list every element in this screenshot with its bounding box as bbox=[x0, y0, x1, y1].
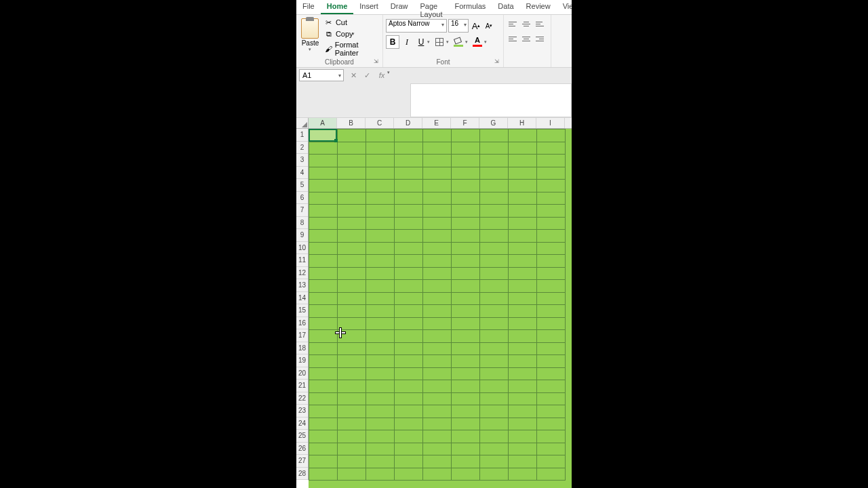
cell-A17[interactable] bbox=[309, 330, 338, 343]
cell-C23[interactable] bbox=[366, 405, 395, 418]
cell-I20[interactable] bbox=[537, 367, 566, 380]
row-header-18[interactable]: 18 bbox=[296, 342, 308, 355]
cell-H2[interactable] bbox=[509, 142, 537, 155]
cell-D7[interactable] bbox=[395, 205, 423, 218]
row-header-23[interactable]: 23 bbox=[296, 405, 308, 418]
row-header-4[interactable]: 4 bbox=[296, 167, 308, 180]
cell-E13[interactable] bbox=[423, 280, 452, 293]
fill-dropdown-arrow[interactable]: ▾ bbox=[465, 39, 468, 45]
cell-H18[interactable] bbox=[509, 342, 537, 355]
cell-I15[interactable] bbox=[537, 305, 566, 318]
tab-data[interactable]: Data bbox=[492, 0, 519, 14]
cell-E6[interactable] bbox=[423, 192, 452, 205]
cell-I27[interactable] bbox=[537, 455, 566, 468]
bold-button[interactable]: B bbox=[386, 35, 399, 49]
cell-I4[interactable] bbox=[537, 167, 566, 180]
align-right-button[interactable] bbox=[534, 33, 546, 45]
confirm-entry-button[interactable]: ✓ bbox=[361, 70, 372, 81]
tab-insert[interactable]: Insert bbox=[353, 0, 384, 14]
paste-dropdown-arrow[interactable]: ▾ bbox=[309, 47, 311, 52]
cell-G23[interactable] bbox=[480, 405, 509, 418]
cell-C13[interactable] bbox=[366, 280, 395, 293]
cell-D2[interactable] bbox=[395, 142, 423, 155]
underline-dropdown-arrow[interactable]: ▾ bbox=[427, 39, 430, 45]
row-header-1[interactable]: 1 bbox=[296, 129, 308, 142]
cell-C24[interactable] bbox=[366, 418, 395, 430]
cell-F10[interactable] bbox=[452, 242, 480, 255]
cell-G14[interactable] bbox=[480, 292, 509, 305]
row-header-6[interactable]: 6 bbox=[296, 192, 308, 205]
cell-B23[interactable] bbox=[338, 405, 366, 418]
name-box[interactable]: A1 bbox=[299, 69, 344, 81]
cell-B22[interactable] bbox=[338, 392, 366, 405]
cell-H6[interactable] bbox=[509, 192, 537, 205]
cell-I21[interactable] bbox=[537, 380, 566, 393]
cell-G25[interactable] bbox=[480, 430, 509, 443]
cell-I8[interactable] bbox=[537, 217, 566, 230]
cell-F17[interactable] bbox=[452, 330, 480, 343]
cell-I5[interactable] bbox=[537, 180, 566, 192]
cell-E12[interactable] bbox=[423, 267, 452, 280]
cell-C9[interactable] bbox=[366, 230, 395, 243]
cell-E21[interactable] bbox=[423, 380, 452, 393]
format-painter-button[interactable]: 🖌 Format Painter bbox=[324, 41, 380, 57]
cell-E18[interactable] bbox=[423, 342, 452, 355]
tab-page-layout[interactable]: Page Layout bbox=[414, 0, 448, 14]
font-size-select[interactable]: 16 bbox=[448, 19, 469, 33]
cell-B7[interactable] bbox=[338, 205, 366, 218]
cell-D20[interactable] bbox=[395, 367, 423, 380]
cell-D6[interactable] bbox=[395, 192, 423, 205]
cell-H14[interactable] bbox=[509, 292, 537, 305]
cell-E15[interactable] bbox=[423, 305, 452, 318]
cell-E10[interactable] bbox=[423, 242, 452, 255]
font-color-button[interactable]: A bbox=[470, 35, 485, 49]
cell-F21[interactable] bbox=[452, 380, 480, 393]
tab-home[interactable]: Home bbox=[321, 0, 354, 14]
cell-D19[interactable] bbox=[395, 355, 423, 368]
cell-I1[interactable] bbox=[537, 129, 566, 142]
cell-I6[interactable] bbox=[537, 192, 566, 205]
row-header-8[interactable]: 8 bbox=[296, 217, 308, 230]
cell-D28[interactable] bbox=[395, 468, 423, 481]
cell-B20[interactable] bbox=[338, 367, 366, 380]
cell-A6[interactable] bbox=[309, 192, 338, 205]
cell-C2[interactable] bbox=[366, 142, 395, 155]
row-header-14[interactable]: 14 bbox=[296, 292, 308, 305]
cell-A3[interactable] bbox=[309, 155, 338, 167]
cell-I13[interactable] bbox=[537, 280, 566, 293]
cell-H22[interactable] bbox=[509, 392, 537, 405]
align-bottom-button[interactable] bbox=[534, 18, 546, 30]
cell-F2[interactable] bbox=[452, 142, 480, 155]
borders-button[interactable] bbox=[432, 35, 447, 49]
cell-H15[interactable] bbox=[509, 305, 537, 318]
cell-G11[interactable] bbox=[480, 255, 509, 268]
cell-H12[interactable] bbox=[509, 267, 537, 280]
cell-G16[interactable] bbox=[480, 317, 509, 330]
fx-button[interactable]: fx bbox=[375, 70, 386, 81]
cell-C27[interactable] bbox=[366, 455, 395, 468]
cell-I11[interactable] bbox=[537, 255, 566, 268]
row-header-15[interactable]: 15 bbox=[296, 304, 308, 317]
cell-G15[interactable] bbox=[480, 305, 509, 318]
cell-C10[interactable] bbox=[366, 242, 395, 255]
cell-I23[interactable] bbox=[537, 405, 566, 418]
decrease-font-button[interactable]: A▾ bbox=[483, 19, 495, 33]
cell-D23[interactable] bbox=[395, 405, 423, 418]
cell-A24[interactable] bbox=[309, 418, 338, 430]
cell-I18[interactable] bbox=[537, 342, 566, 355]
cell-B8[interactable] bbox=[338, 217, 366, 230]
cell-D27[interactable] bbox=[395, 455, 423, 468]
cell-E2[interactable] bbox=[423, 142, 452, 155]
cell-A11[interactable] bbox=[309, 255, 338, 268]
cell-F3[interactable] bbox=[452, 155, 480, 167]
cell-I19[interactable] bbox=[537, 355, 566, 368]
cell-D5[interactable] bbox=[395, 180, 423, 192]
cell-I26[interactable] bbox=[537, 443, 566, 455]
row-header-27[interactable]: 27 bbox=[296, 455, 308, 468]
cell-H7[interactable] bbox=[509, 205, 537, 218]
row-header-25[interactable]: 25 bbox=[296, 430, 308, 443]
row-header-12[interactable]: 12 bbox=[296, 267, 308, 280]
tab-file[interactable]: File bbox=[296, 0, 321, 14]
cell-D26[interactable] bbox=[395, 443, 423, 455]
row-header-11[interactable]: 11 bbox=[296, 254, 308, 267]
